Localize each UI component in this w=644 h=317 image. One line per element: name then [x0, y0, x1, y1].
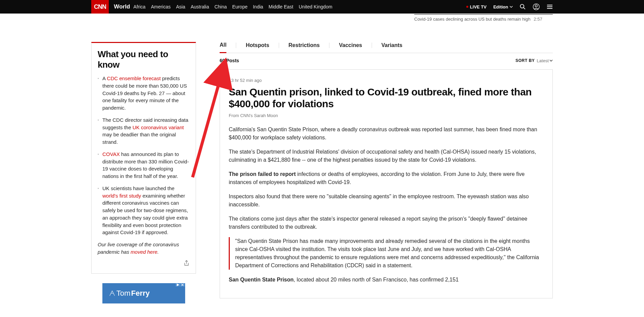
- ad-choices-badge[interactable]: [175, 283, 185, 287]
- paragraph: San Quentin State Prison, located about …: [229, 276, 544, 284]
- account-button[interactable]: [532, 3, 540, 10]
- video-card[interactable]: Covid-19 cases declining across US but d…: [414, 14, 553, 22]
- tab-hotspots[interactable]: Hotspots: [246, 42, 269, 52]
- chevron-down-icon: [549, 59, 553, 62]
- tab-separator: [372, 43, 372, 48]
- video-title: Covid-19 cases declining across US but d…: [414, 17, 530, 22]
- video-strip: Covid-19 cases declining across US but d…: [0, 14, 644, 22]
- paragraph: The prison failed to report infections o…: [229, 170, 544, 186]
- section-label[interactable]: World: [114, 3, 130, 10]
- feed-meta: 60 Posts SORT BY Latest: [220, 53, 553, 69]
- ntk-list: A CDC ensemble forecast predicts there c…: [98, 75, 190, 236]
- nav-asia[interactable]: Asia: [176, 4, 185, 9]
- svg-line-1: [524, 8, 525, 9]
- tab-variants[interactable]: Variants: [381, 42, 402, 52]
- edition-picker[interactable]: Edition: [493, 4, 513, 9]
- paragraph: The state's Department of Industrial Rel…: [229, 148, 544, 164]
- live-indicator-icon: [466, 6, 468, 8]
- article-card: 13 hr 52 min ago San Quentin prison, lin…: [220, 69, 553, 298]
- live-tv-link[interactable]: LIVE TV: [466, 4, 487, 9]
- nav-middle-east[interactable]: Middle East: [269, 4, 293, 9]
- tab-separator: [279, 43, 279, 48]
- nav-europe[interactable]: Europe: [232, 4, 247, 9]
- ntk-item: COVAX has announced its plan to distribu…: [98, 151, 190, 180]
- article-title: San Quentin prison, linked to Covid-19 o…: [229, 86, 544, 110]
- ntk-title: What you need to know: [98, 49, 190, 70]
- tab-vaccines[interactable]: Vaccines: [339, 42, 362, 52]
- sort-label: SORT BY: [516, 58, 535, 63]
- user-icon: [532, 3, 540, 10]
- sort-control[interactable]: SORT BY Latest: [516, 58, 553, 63]
- tab-all[interactable]: All: [220, 42, 226, 53]
- edition-label: Edition: [493, 4, 508, 9]
- article-timestamp: 13 hr 52 min ago: [229, 78, 544, 83]
- header-right: LIVE TV Edition: [466, 3, 553, 10]
- paragraph: Inspectors also found that there were no…: [229, 193, 544, 209]
- article-body: California's San Quentin State Prison, w…: [229, 126, 544, 284]
- hamburger-icon: [547, 4, 553, 10]
- nav-links: Africa Americas Asia Australia China Eur…: [133, 4, 332, 9]
- post-count: 60 Posts: [220, 58, 239, 63]
- nav-africa[interactable]: Africa: [133, 4, 146, 9]
- ad-brand-icon: [108, 290, 116, 297]
- svg-point-3: [535, 5, 537, 7]
- nav-india[interactable]: India: [253, 4, 263, 9]
- blockquote: "San Quentin State Prison has made many …: [229, 237, 544, 270]
- tab-separator: [329, 43, 329, 48]
- menu-button[interactable]: [547, 4, 553, 10]
- ntk-link-uk-variant[interactable]: UK coronavirus variant: [132, 124, 184, 130]
- tab-separator: [236, 43, 236, 48]
- sort-value: Latest: [537, 58, 553, 63]
- live-tv-label: LIVE TV: [470, 4, 487, 9]
- page-body: What you need to know A CDC ensemble for…: [0, 42, 644, 303]
- share-button[interactable]: [98, 260, 190, 267]
- ntk-link-moved-here[interactable]: moved here: [131, 249, 157, 255]
- ntk-item: UK scientists have launched the world's …: [98, 185, 190, 236]
- ntk-footer: Our live coverage of the coronavirus pan…: [98, 241, 190, 256]
- paragraph: The citations come just days after the s…: [229, 215, 544, 231]
- nav-americas[interactable]: Americas: [151, 4, 171, 9]
- ntk-link-cdc-forecast[interactable]: CDC ensemble forecast: [107, 75, 160, 81]
- ad-logo: TomFerry: [108, 289, 150, 298]
- ntk-item: A CDC ensemble forecast predicts there c…: [98, 75, 190, 112]
- video-duration: 2:57: [534, 17, 542, 22]
- ad-unit[interactable]: TomFerry: [102, 283, 185, 303]
- main-content: All Hotspots Restrictions Vaccines Varia…: [220, 42, 553, 303]
- global-header: CNN World Africa Americas Asia Australia…: [0, 0, 644, 14]
- feed-tabs: All Hotspots Restrictions Vaccines Varia…: [220, 42, 553, 53]
- search-icon: [520, 4, 526, 10]
- search-button[interactable]: [520, 4, 526, 10]
- ntk-item: The CDC director said increasing data su…: [98, 116, 190, 146]
- cnn-logo[interactable]: CNN: [91, 0, 109, 14]
- svg-line-7: [193, 81, 220, 177]
- nav-china[interactable]: China: [215, 4, 227, 9]
- nav-uk[interactable]: United Kingdom: [299, 4, 332, 9]
- svg-point-0: [520, 4, 524, 8]
- video-caption: Covid-19 cases declining across US but d…: [414, 15, 553, 22]
- ntk-link-first-study[interactable]: world's first study: [102, 193, 141, 199]
- chevron-down-icon: [510, 4, 513, 9]
- sidebar: What you need to know A CDC ensemble for…: [91, 42, 196, 303]
- nav-australia[interactable]: Australia: [191, 4, 209, 9]
- quote-text: "San Quentin State Prison has made many …: [235, 237, 544, 270]
- tab-restrictions[interactable]: Restrictions: [289, 42, 320, 52]
- share-icon: [183, 260, 190, 266]
- ntk-link-covax[interactable]: COVAX: [102, 151, 120, 157]
- paragraph: California's San Quentin State Prison, w…: [229, 126, 544, 142]
- close-icon: [181, 283, 184, 287]
- need-to-know-box: What you need to know A CDC ensemble for…: [91, 42, 196, 274]
- article-byline: From CNN's Sarah Moon: [229, 113, 544, 118]
- adchoices-icon: [176, 283, 180, 287]
